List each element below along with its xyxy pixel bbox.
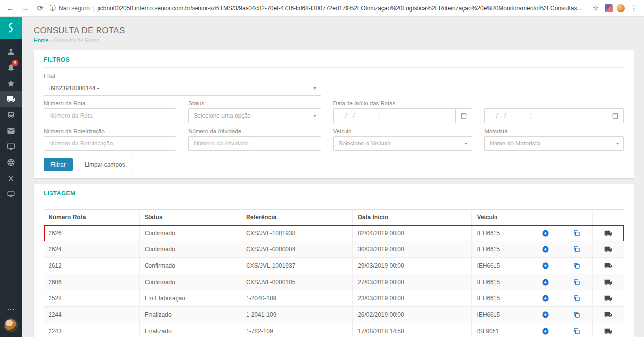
open-route-button[interactable] [530, 274, 561, 290]
table-row[interactable]: 2606ConfirmadoCXS/JVL-000010527/03/2019 … [44, 274, 624, 290]
sidebar-item-favorites[interactable] [0, 75, 22, 91]
sidebar-item-messages[interactable] [0, 123, 22, 139]
x-icon [7, 174, 15, 183]
notifications-badge: 6 [12, 60, 18, 66]
filial-select[interactable]: 89823918000144 - ▾ [44, 81, 321, 96]
cell-data-inicio: 30/03/2019 00:00 [353, 241, 472, 258]
duplicate-icon [573, 327, 581, 335]
cell-status: Confirmado [139, 241, 241, 258]
open-route-button[interactable] [530, 323, 561, 337]
back-icon[interactable]: ← [5, 4, 16, 12]
breadcrumb-home[interactable]: Home [34, 37, 48, 43]
data-fim-label [484, 100, 624, 106]
duplicate-route-button[interactable] [561, 307, 592, 323]
veiculo-select[interactable]: Selecione o Veículo ▾ [333, 136, 473, 151]
duplicate-route-button[interactable] [561, 225, 592, 241]
cell-data-inicio: 27/03/2019 00:00 [353, 274, 472, 290]
info-icon[interactable]: ⓘ [50, 4, 56, 13]
duplicate-route-button[interactable] [561, 274, 592, 290]
open-route-icon [542, 278, 549, 286]
data-inicio-ate-input[interactable] [484, 108, 607, 123]
sidebar-item-x-platform[interactable] [0, 170, 22, 186]
cell-data-inicio: 23/03/2019 00:00 [353, 290, 472, 307]
numero-rota-label: Número da Rota [44, 100, 176, 106]
cell-numero-rota: 2243 [44, 323, 139, 337]
cell-status: Finalizado [139, 307, 241, 323]
track-vehicle-button[interactable] [593, 323, 624, 337]
track-vehicle-button[interactable] [593, 225, 624, 241]
column-referencia: Referência [241, 210, 352, 225]
data-inicio-de-input[interactable] [333, 108, 456, 123]
cell-numero-rota: 2624 [44, 241, 139, 258]
numero-roteirizacao-input[interactable] [44, 136, 176, 151]
duplicate-icon [573, 311, 581, 319]
star-icon [7, 79, 15, 88]
open-route-button[interactable] [530, 258, 561, 274]
table-row[interactable]: 2626ConfirmadoCXS/JVL-100193802/04/2019 … [44, 225, 624, 241]
duplicate-route-button[interactable] [561, 323, 592, 337]
browser-menu-icon[interactable]: ⋮ [629, 4, 639, 13]
sidebar-item-notifications[interactable]: 6 [0, 59, 22, 75]
open-route-icon [542, 229, 549, 237]
filial-field: Filial 89823918000144 - ▾ [44, 73, 321, 96]
refresh-icon[interactable]: ⟳ [35, 4, 46, 13]
senior-logo[interactable] [0, 17, 22, 39]
track-vehicle-button[interactable] [593, 274, 624, 290]
sidebar-item-fleet[interactable] [0, 107, 22, 123]
limpar-campos-button[interactable]: Limpar campos [78, 158, 132, 171]
duplicate-route-button[interactable] [561, 258, 592, 274]
address-bar[interactable]: ⓘ Não seguro | pcbnu002050.interno.senio… [50, 4, 601, 13]
cell-numero-rota: 2612 [44, 258, 139, 274]
cell-referencia: CXS/JVL-1001938 [241, 225, 352, 241]
sidebar-item-web[interactable] [0, 154, 22, 170]
user-icon [7, 48, 15, 56]
table-row[interactable]: 2624ConfirmadoCXS/JVL-000000430/03/2019 … [44, 241, 624, 258]
table-row[interactable]: 2612ConfirmadoCXS/JVL-100193729/03/2019 … [44, 258, 624, 274]
status-select[interactable]: Selecione uma opção ▾ [188, 108, 321, 123]
track-vehicle-button[interactable] [593, 307, 624, 323]
cell-status: Confirmado [139, 258, 241, 274]
table-row[interactable]: 2243Finalizado1-782-10917/08/2018 14:50I… [44, 323, 624, 337]
data-inicio-label: Data de Início das Rotas [333, 100, 473, 106]
cell-referencia: 1-2040-109 [241, 290, 352, 307]
cell-veiculo: IEH6615 [472, 258, 530, 274]
sidebar-item-desktop[interactable] [0, 186, 22, 202]
track-vehicle-button[interactable] [593, 241, 624, 258]
forward-icon[interactable]: → [20, 4, 31, 12]
bookmark-star-icon[interactable]: ☆ [591, 4, 601, 13]
sidebar-item-monitor[interactable] [0, 139, 22, 154]
extension-icon-2[interactable] [617, 4, 625, 12]
column-numero-rota: Número Rota [44, 210, 139, 225]
calendar-button[interactable] [607, 108, 624, 123]
numero-atividade-input[interactable] [188, 136, 321, 151]
cell-veiculo: ISL9051 [472, 323, 530, 337]
open-route-button[interactable] [530, 241, 561, 258]
user-avatar[interactable] [4, 318, 18, 332]
numero-atividade-field: Número da Atividade [188, 128, 321, 151]
column-status: Status [139, 210, 241, 225]
duplicate-route-button[interactable] [561, 241, 592, 258]
filtrar-button[interactable]: Filtrar [44, 158, 73, 171]
status-value: Selecione uma opção [194, 112, 250, 119]
duplicate-route-button[interactable] [561, 290, 592, 307]
sidebar-item-user[interactable] [0, 44, 22, 59]
open-route-button[interactable] [530, 225, 561, 241]
numero-rota-input[interactable] [44, 108, 176, 123]
table-row[interactable]: 2244Finalizado1-2041-10926/02/2019 00:00… [44, 307, 624, 323]
duplicate-icon [573, 278, 581, 286]
track-vehicle-button[interactable] [593, 290, 624, 307]
calendar-button[interactable] [455, 108, 472, 123]
table-row[interactable]: 2528Em Elaboração1-2040-10923/03/2019 00… [44, 290, 624, 307]
open-route-button[interactable] [530, 307, 561, 323]
extension-icon-1[interactable] [605, 4, 613, 12]
page-title: CONSULTA DE ROTAS [34, 26, 634, 36]
sidebar-item-routes[interactable] [0, 91, 22, 107]
sidebar-more-icon[interactable]: ⋯ [0, 302, 22, 315]
track-vehicle-button[interactable] [593, 258, 624, 274]
sidebar-bottom: ⋯ [0, 302, 22, 337]
open-route-button[interactable] [530, 290, 561, 307]
open-route-icon [542, 294, 549, 302]
motorista-select[interactable]: Nome do Motorista ▾ [484, 136, 624, 151]
cell-referencia: CXS/JVL-0000105 [241, 274, 352, 290]
open-route-icon [542, 262, 549, 270]
